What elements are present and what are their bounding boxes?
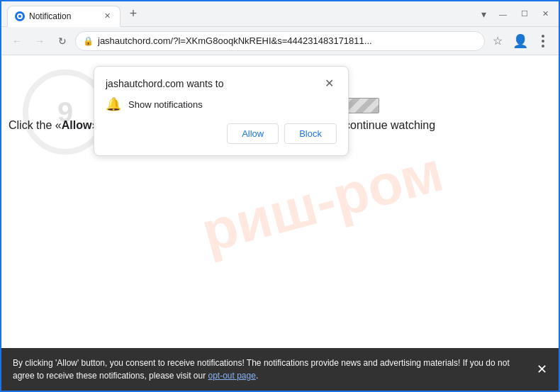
allow-button[interactable]: Allow — [227, 123, 279, 144]
opt-out-link[interactable]: opt-out page — [208, 371, 255, 381]
instruction-allow-word: Allow — [62, 119, 92, 131]
tab-close-button[interactable]: ✕ — [101, 11, 113, 22]
popup-actions: Allow Block — [106, 123, 337, 144]
close-button[interactable]: ✕ — [538, 8, 553, 20]
banner-close-button[interactable]: ✕ — [537, 362, 547, 377]
lock-icon: 🔒 — [83, 36, 94, 46]
down-arrow-icon: ▾ — [481, 9, 486, 20]
account-icon: 👤 — [513, 33, 528, 49]
bell-icon: 🔔 — [106, 96, 121, 112]
window-controls: — ☐ ✕ — [495, 8, 553, 20]
forward-button[interactable]: → — [30, 31, 50, 51]
page-content: 9 риш-ром jashautchord.com wants to ✕ 🔔 … — [1, 55, 559, 348]
svg-point-1 — [18, 15, 21, 18]
banner-text: By clicking 'Allow' button, you consent … — [13, 357, 530, 382]
menu-dot-3 — [542, 45, 544, 47]
popup-description: Show notifications — [128, 99, 203, 110]
back-button[interactable]: ← — [7, 31, 27, 51]
star-icon: ☆ — [493, 34, 503, 47]
active-tab[interactable]: Notification ✕ — [7, 6, 121, 27]
menu-button[interactable] — [533, 31, 553, 51]
bottom-banner: By clicking 'Allow' button, you consent … — [1, 348, 559, 391]
popup-body: 🔔 Show notifications — [106, 96, 337, 112]
banner-text-before-link: By clicking 'Allow' button, you consent … — [13, 358, 510, 381]
menu-dot-1 — [542, 35, 544, 38]
tab-favicon — [15, 11, 25, 21]
tab-strip-menu[interactable]: ▾ — [481, 8, 486, 21]
menu-dot-2 — [542, 40, 544, 43]
notification-popup: jashautchord.com wants to ✕ 🔔 Show notif… — [94, 66, 349, 156]
banner-text-end: . — [256, 371, 258, 381]
popup-title: jashautchord.com wants to — [106, 78, 224, 89]
new-tab-button[interactable]: + — [123, 4, 143, 24]
watermark-text: риш-ром — [195, 138, 449, 265]
tab-area: Notification ✕ + — [7, 1, 481, 26]
browser-window: Notification ✕ + ▾ — ☐ ✕ ← → ↻ 🔒 jashaut… — [0, 0, 560, 392]
tab-label: Notification — [29, 11, 71, 21]
address-box[interactable]: 🔒 jashautchord.com/?l=XKmG8ooqkNkREHI&s=… — [75, 31, 485, 51]
instruction-prefix: Click the « — [9, 119, 62, 131]
minimize-button[interactable]: — — [495, 9, 511, 20]
url-text: jashautchord.com/?l=XKmG8ooqkNkREHI&s=44… — [98, 35, 477, 46]
maximize-button[interactable]: ☐ — [517, 8, 532, 20]
bookmark-button[interactable]: ☆ — [488, 31, 508, 51]
popup-header: jashautchord.com wants to ✕ — [106, 78, 337, 89]
block-button[interactable]: Block — [284, 123, 337, 144]
reload-button[interactable]: ↻ — [52, 31, 72, 51]
account-button[interactable]: 👤 — [510, 31, 530, 51]
popup-close-button[interactable]: ✕ — [322, 78, 337, 89]
address-bar-row: ← → ↻ 🔒 jashautchord.com/?l=XKmG8ooqkNkR… — [1, 27, 559, 55]
title-bar: Notification ✕ + ▾ — ☐ ✕ — [1, 1, 559, 27]
